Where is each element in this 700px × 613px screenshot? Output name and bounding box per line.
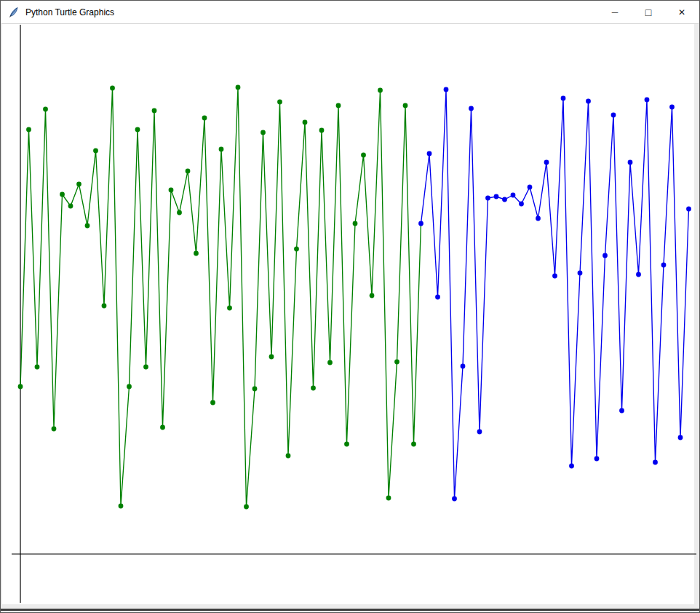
close-button[interactable]: ✕ bbox=[665, 1, 699, 23]
turtle-graphics-window: Python Turtle Graphics ─ □ ✕ bbox=[0, 0, 700, 613]
tk-feather-icon bbox=[8, 7, 20, 18]
titlebar: Python Turtle Graphics ─ □ ✕ bbox=[1, 1, 699, 24]
turtle-canvas[interactable] bbox=[2, 24, 694, 604]
minimize-button[interactable]: ─ bbox=[598, 1, 632, 23]
window-bottom-edge bbox=[1, 609, 699, 611]
maximize-button[interactable]: □ bbox=[632, 1, 665, 23]
window-title: Python Turtle Graphics bbox=[25, 7, 114, 17]
